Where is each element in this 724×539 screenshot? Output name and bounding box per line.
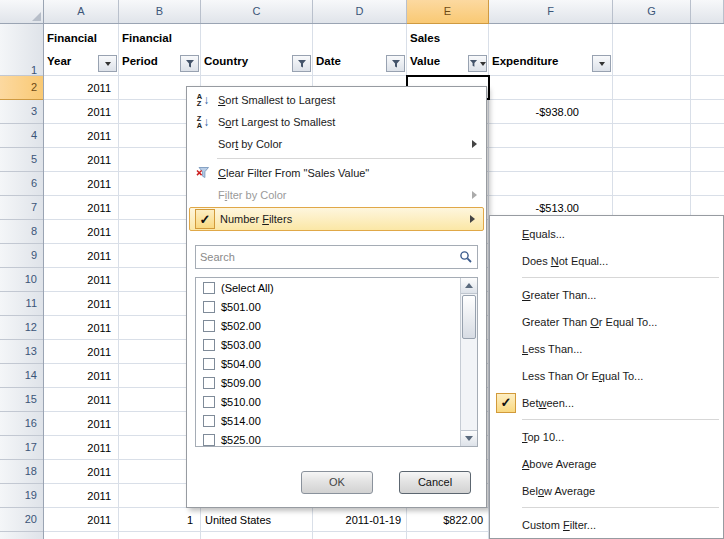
row-header-19[interactable]: 19: [0, 484, 43, 508]
row-header-20[interactable]: 20: [0, 508, 43, 532]
filter-dropdown-button-year[interactable]: [98, 55, 117, 72]
cell-a13[interactable]: 2011: [44, 340, 119, 364]
filter-dropdown-button-date[interactable]: [386, 55, 405, 72]
ok-button[interactable]: OK: [301, 471, 373, 494]
cell-a19[interactable]: 2011: [44, 484, 119, 508]
search-input[interactable]: Search: [195, 245, 478, 269]
column-header-g[interactable]: G: [613, 0, 691, 23]
column-header-stub[interactable]: [691, 0, 724, 23]
row-header-6[interactable]: 6: [0, 172, 43, 196]
header-cell-expenditure[interactable]: Expenditure: [489, 24, 613, 76]
column-header-d[interactable]: D: [313, 0, 407, 23]
menu-item-number-filters[interactable]: ✓ Number Filters: [189, 207, 484, 231]
cell-a12[interactable]: 2011: [44, 316, 119, 340]
menu-item-sort-smallest-to-largest[interactable]: AZ↓ Sort Smallest to Largest: [188, 89, 485, 111]
cell-a16[interactable]: 2011: [44, 412, 119, 436]
filter-dropdown-button-country[interactable]: [292, 55, 311, 72]
filter-value-item[interactable]: $501.00: [196, 297, 477, 316]
header-cell-financial-year[interactable]: Financial Year: [44, 24, 119, 76]
menu-item-sort-largest-to-smallest[interactable]: ZA↓ Sort Largest to Smallest: [188, 111, 485, 133]
row-header-15[interactable]: 15: [0, 388, 43, 412]
filter-value-select-all[interactable]: (Select All): [196, 278, 477, 297]
column-header-e-selected[interactable]: E: [407, 0, 489, 24]
scroll-up-button[interactable]: [461, 278, 477, 294]
cell-a20[interactable]: 2011: [44, 508, 119, 532]
cell-f3[interactable]: -$938.00: [489, 100, 613, 124]
menu-item-filter-by-color[interactable]: Filter by Color: [188, 184, 485, 206]
cancel-button[interactable]: Cancel: [399, 471, 471, 494]
cell-a5[interactable]: 2011: [44, 148, 119, 172]
row-header-4[interactable]: 4: [0, 124, 43, 148]
filter-dropdown-button-period[interactable]: [180, 55, 199, 72]
row-header-10[interactable]: 10: [0, 268, 43, 292]
row-header-17[interactable]: 17: [0, 436, 43, 460]
cell-b20[interactable]: 1: [119, 508, 201, 532]
submenu-item-between[interactable]: ✓ Between...: [490, 389, 723, 416]
header-cell-financial-period[interactable]: Financial Period: [119, 24, 201, 76]
row-header-13[interactable]: 13: [0, 340, 43, 364]
submenu-item-top-10[interactable]: Top 10...: [490, 423, 723, 450]
search-icon[interactable]: [459, 250, 473, 264]
column-header-b[interactable]: B: [119, 0, 201, 23]
cell-a6[interactable]: 2011: [44, 172, 119, 196]
row-header-2[interactable]: 2: [0, 76, 43, 100]
header-cell-date[interactable]: Date: [313, 24, 407, 76]
row-header-7[interactable]: 7: [0, 196, 43, 220]
list-scrollbar[interactable]: [460, 278, 477, 446]
filter-dropdown-button-expenditure[interactable]: [592, 55, 611, 72]
filter-value-item[interactable]: $504.00: [196, 354, 477, 373]
filter-value-item[interactable]: $509.00: [196, 373, 477, 392]
cell-e20[interactable]: $822.00: [407, 508, 489, 532]
filter-value-item[interactable]: $503.00: [196, 335, 477, 354]
cell-c20[interactable]: United States: [201, 508, 313, 532]
filter-value-item[interactable]: $502.00: [196, 316, 477, 335]
row-header-3[interactable]: 3: [0, 100, 43, 124]
header-cell-sales-value[interactable]: Sales Value: [407, 24, 489, 76]
filter-value-item[interactable]: $514.00: [196, 411, 477, 430]
menu-item-sort-by-color[interactable]: Sort by Color: [188, 133, 485, 155]
cell-a11[interactable]: 2011: [44, 292, 119, 316]
cell-a3[interactable]: 2011: [44, 100, 119, 124]
cell-a7[interactable]: 2011: [44, 196, 119, 220]
row-header-1[interactable]: 1: [0, 24, 43, 76]
row-header-14[interactable]: 14: [0, 364, 43, 388]
cell-a4[interactable]: 2011: [44, 124, 119, 148]
submenu-item-does-not-equal[interactable]: Does Not Equal...: [490, 247, 723, 274]
submenu-item-greater-than[interactable]: Greater Than...: [490, 281, 723, 308]
submenu-item-below-average[interactable]: Below Average: [490, 477, 723, 504]
scroll-down-button[interactable]: [461, 430, 477, 446]
cell-a18[interactable]: 2011: [44, 460, 119, 484]
select-all-corner[interactable]: [0, 0, 44, 23]
row-header-18[interactable]: 18: [0, 460, 43, 484]
row-header-8[interactable]: 8: [0, 220, 43, 244]
menu-item-clear-filter[interactable]: Clear Filter From "Sales Value": [188, 162, 485, 184]
filter-value-item[interactable]: $510.00: [196, 392, 477, 411]
row-header-12[interactable]: 12: [0, 316, 43, 340]
cell-a10[interactable]: 2011: [44, 268, 119, 292]
cell-a15[interactable]: 2011: [44, 388, 119, 412]
submenu-item-greater-than-or-equal[interactable]: Greater Than Or Equal To...: [490, 308, 723, 335]
row-header-5[interactable]: 5: [0, 148, 43, 172]
cell-a14[interactable]: 2011: [44, 364, 119, 388]
header-cell-country[interactable]: Country: [201, 24, 313, 76]
cell-a8[interactable]: 2011: [44, 220, 119, 244]
cell-a17[interactable]: 2011: [44, 436, 119, 460]
submenu-item-less-than-or-equal[interactable]: Less Than Or Equal To...: [490, 362, 723, 389]
row-header-9[interactable]: 9: [0, 244, 43, 268]
submenu-item-less-than[interactable]: Less Than...: [490, 335, 723, 362]
submenu-item-custom-filter[interactable]: Custom Filter...: [490, 511, 723, 538]
scroll-thumb[interactable]: [462, 295, 476, 339]
filter-value-label: (Select All): [221, 282, 274, 294]
filter-dropdown-button-sales-value[interactable]: [468, 55, 487, 72]
cell-a9[interactable]: 2011: [44, 244, 119, 268]
filter-value-item[interactable]: $525.00: [196, 430, 477, 447]
column-header-f[interactable]: F: [489, 0, 613, 23]
submenu-item-equals[interactable]: Equals...: [490, 220, 723, 247]
column-header-c[interactable]: C: [201, 0, 313, 23]
submenu-item-above-average[interactable]: Above Average: [490, 450, 723, 477]
column-header-a[interactable]: A: [44, 0, 119, 23]
row-header-16[interactable]: 16: [0, 412, 43, 436]
row-header-11[interactable]: 11: [0, 292, 43, 316]
cell-d20[interactable]: 2011-01-19: [313, 508, 407, 532]
cell-a2[interactable]: 2011: [44, 76, 119, 100]
